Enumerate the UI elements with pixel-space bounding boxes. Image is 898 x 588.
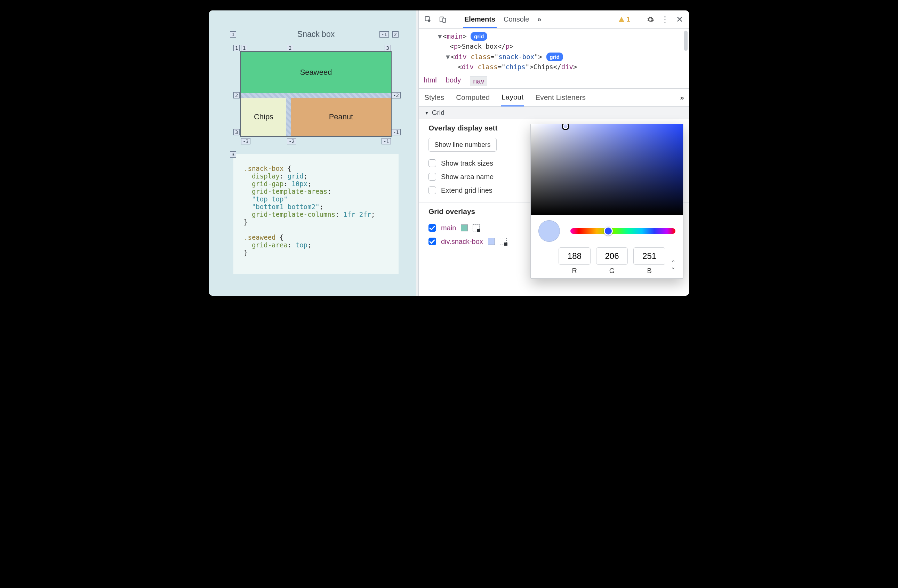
inspect-icon[interactable] <box>424 15 433 24</box>
chevron-down-icon: ▼ <box>424 110 429 115</box>
grid-demo: Seaweed Chips Peanut <box>240 51 392 137</box>
crumb-nav[interactable]: nav <box>470 76 487 86</box>
warnings-badge[interactable]: 1 <box>618 15 630 23</box>
hue-thumb[interactable] <box>604 226 613 236</box>
grid-cell-chips: Chips <box>241 98 286 136</box>
overlay-swatch[interactable] <box>461 225 468 231</box>
svg-rect-2 <box>443 18 446 22</box>
checkbox-area-names[interactable] <box>429 173 436 180</box>
r-input[interactable] <box>558 247 590 265</box>
grid-line-label: -2 <box>391 92 401 99</box>
sv-plane[interactable] <box>531 124 683 215</box>
code-block: .snack-box { display: grid; grid-gap: 10… <box>234 154 398 274</box>
devtools-toolbar: Elements Console » 1 ⋮ ✕ <box>419 11 689 29</box>
r-label: R <box>558 267 590 275</box>
grid-badge[interactable]: grid <box>546 52 563 61</box>
subtabs-overflow-icon[interactable]: » <box>680 93 684 102</box>
styles-tabs: Styles Computed Layout Event Listeners » <box>419 89 689 106</box>
overlay-checkbox-snackbox[interactable] <box>429 238 436 245</box>
tab-console[interactable]: Console <box>502 12 530 27</box>
subtab-events[interactable]: Event Listeners <box>535 89 586 106</box>
device-toggle-icon[interactable] <box>438 15 447 24</box>
grid-line-label: -3 <box>241 138 251 145</box>
checkbox-track-sizes[interactable] <box>429 159 436 167</box>
g-input[interactable] <box>596 247 628 265</box>
grid-demo-wrapper: 1 2 3 1 2 -2 3 -1 -3 -2 -1 Seaweed Chips… <box>240 51 392 137</box>
color-mode-switch[interactable]: ⌃⌄ <box>671 252 675 270</box>
grid-cell-peanut: Peanut <box>291 98 391 136</box>
dom-tree[interactable]: ▼<main> grid <p>Snack box</p> ▼<div clas… <box>419 29 689 74</box>
rendered-page: 1 -1 2 3 Snack box 1 2 3 1 2 -2 3 -1 -3 … <box>209 11 416 296</box>
grid-line-label: -1 <box>381 138 391 145</box>
subtab-computed[interactable]: Computed <box>455 89 491 106</box>
color-picker: R G B ⌃⌄ <box>530 124 683 279</box>
b-input[interactable] <box>634 247 665 265</box>
overlay-checkbox-main[interactable] <box>429 224 436 232</box>
grid-line-label: -2 <box>287 138 296 145</box>
grid-line-label: 2 <box>287 45 293 51</box>
highlight-icon[interactable] <box>473 225 480 231</box>
grid-section-header[interactable]: ▼ Grid <box>419 106 689 119</box>
highlight-icon[interactable] <box>500 238 507 245</box>
grid-line-label: -1 <box>380 31 389 38</box>
grid-line-label: -1 <box>391 129 401 135</box>
devtools-window: 1 -1 2 3 Snack box 1 2 3 1 2 -2 3 -1 -3 … <box>209 11 689 296</box>
b-label: B <box>634 267 665 275</box>
pane-splitter[interactable] <box>416 11 419 296</box>
line-numbers-select[interactable]: Show line numbers <box>429 138 497 152</box>
tab-elements[interactable]: Elements <box>463 12 497 28</box>
warnings-count: 1 <box>626 15 630 23</box>
grid-line-label: 3 <box>234 129 240 135</box>
subtab-styles[interactable]: Styles <box>424 89 445 106</box>
overlay-swatch[interactable] <box>488 238 495 245</box>
g-label: G <box>596 267 628 275</box>
sv-cursor[interactable] <box>562 124 569 130</box>
grid-line-label: 1 <box>234 45 240 51</box>
crumb-body[interactable]: body <box>446 76 461 86</box>
breadcrumb: html body nav <box>419 74 689 89</box>
grid-line-label: 1 <box>230 31 236 38</box>
subtab-layout[interactable]: Layout <box>501 89 524 106</box>
grid-line-label: 2 <box>234 92 240 99</box>
grid-badge[interactable]: grid <box>471 32 487 41</box>
overlay-name[interactable]: main <box>441 224 456 232</box>
grid-cell-seaweed: Seaweed <box>241 52 391 93</box>
overlay-name[interactable]: div.snack-box <box>441 238 483 246</box>
page-title: Snack box <box>230 29 402 39</box>
devtools-pane: Elements Console » 1 ⋮ ✕ ▼<main> grid <p… <box>419 11 689 296</box>
grid-line-label: 1 <box>241 45 247 51</box>
tabs-overflow-icon[interactable]: » <box>536 12 543 27</box>
grid-line-label: 3 <box>384 45 391 51</box>
close-icon[interactable]: ✕ <box>675 15 684 24</box>
grid-line-label: 2 <box>392 31 398 38</box>
grid-line-label: 3 <box>230 151 236 158</box>
dom-scrollbar[interactable] <box>684 31 687 51</box>
checkbox-extend-lines[interactable] <box>429 186 436 194</box>
kebab-icon[interactable]: ⋮ <box>660 15 669 24</box>
current-color-swatch[interactable] <box>538 220 560 242</box>
crumb-html[interactable]: html <box>424 76 437 86</box>
gear-icon[interactable] <box>646 15 655 24</box>
hue-slider[interactable] <box>570 228 675 234</box>
